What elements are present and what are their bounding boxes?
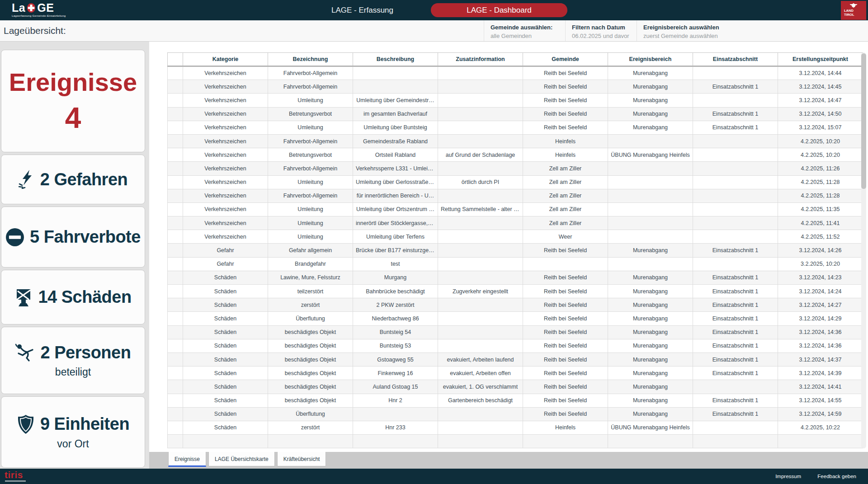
impressum-link[interactable]: Impressum xyxy=(775,474,801,479)
table-cell: Brücke über B177 einsturzgef… xyxy=(353,244,438,257)
scrollbar-thumb[interactable] xyxy=(861,53,866,189)
table-cell: Fahrverbot-Allgemein xyxy=(268,134,353,148)
table-cell: Zell am Ziller xyxy=(523,216,608,230)
tiris-logo[interactable]: tiris xyxy=(5,470,23,480)
red-cross-icon xyxy=(27,3,36,13)
filter-gemeinde-value[interactable]: alle Gemeinden xyxy=(491,33,565,39)
stat-einheiten-text: 9 Einheiten xyxy=(40,414,129,434)
table-cell: Gefahr allgemein xyxy=(268,244,353,257)
table-row[interactable]: VerkehrszeichenUmleitungUmleitung über O… xyxy=(168,202,863,216)
column-header[interactable]: Erstellungszeitpunkt xyxy=(778,53,863,66)
table-cell: Murenabgang xyxy=(608,121,693,134)
table-row[interactable]: GefahrBrandgefahrtest3.2.2025, 10:20 xyxy=(168,257,863,271)
table-cell: Einsatzabschnitt 1 xyxy=(693,339,778,352)
table-cell: Einsatzabschnitt 1 xyxy=(693,244,778,257)
table-row[interactable]: VerkehrszeichenUmleitungUmleitung über B… xyxy=(168,121,863,134)
table-cell: Umleitung xyxy=(268,175,353,189)
table-cell: Einsatzabschnitt 1 xyxy=(693,80,778,94)
table-row[interactable]: VerkehrszeichenFahrverbot-Allgemeinfür i… xyxy=(168,189,863,202)
row-gutter-cell xyxy=(168,421,183,434)
damaged-building-icon xyxy=(14,288,33,307)
tab-kraefteuebersicht[interactable]: Kräfteübersicht xyxy=(277,452,326,466)
row-gutter-cell xyxy=(168,94,183,107)
tab-ereignisse[interactable]: Ereignisse xyxy=(168,452,206,467)
table-cell: 4.2.2025, 11:26 xyxy=(778,162,863,175)
tab-uebersichtskarte[interactable]: LAGE Übersichtskarte xyxy=(208,452,275,466)
lage-logo-part2: GE xyxy=(37,2,54,14)
land-tirol-logo[interactable]: LAND TIROL xyxy=(841,1,866,20)
table-row[interactable]: VerkehrszeichenFahrverbot-AllgemeinGemei… xyxy=(168,134,863,148)
table-cell xyxy=(183,435,268,448)
row-gutter-cell xyxy=(168,202,183,216)
table-row[interactable]: Schädenbeschädigtes ObjektHnr 2Gartenber… xyxy=(168,394,863,407)
table-row[interactable]: SchädenteilzerstörtBahnbrücke beschädigt… xyxy=(168,285,863,298)
column-header[interactable]: Bezeichnung xyxy=(268,53,353,66)
row-gutter-cell xyxy=(168,148,183,162)
table-cell: im gesamten Bachverlauf xyxy=(353,107,438,121)
table-row[interactable]: Schädenbeschädigtes ObjektBuntsteig 54Re… xyxy=(168,325,863,339)
table-row[interactable]: VerkehrszeichenBetretungsverbotOrtsteil … xyxy=(168,148,863,162)
filter-ereignisbereich-value[interactable]: zuerst Gemeinde auswählen xyxy=(643,33,718,39)
table-cell: Gstoagweg 55 xyxy=(353,352,438,366)
table-row[interactable]: SchädenÜberflutungReith bei SeefeldMuren… xyxy=(168,407,863,421)
table-cell: Verkehrszeichen xyxy=(183,230,268,244)
table-cell: Zugverkehr eingestellt xyxy=(438,285,523,298)
table-cell: Murenabgang xyxy=(608,66,693,80)
table-row[interactable] xyxy=(168,435,863,448)
table-row[interactable]: Schädenbeschädigtes ObjektGstoagweg 55ev… xyxy=(168,352,863,366)
stat-ereignisse-value: 4 xyxy=(65,102,81,134)
stat-personen-subtext: beteiligt xyxy=(55,366,91,378)
filter-datum-value[interactable]: 06.02.2025 und davor xyxy=(572,33,637,39)
column-header[interactable]: Beschreibung xyxy=(353,53,438,66)
table-row[interactable]: VerkehrszeichenFahrverbot-AllgemeinVerke… xyxy=(168,162,863,175)
column-header[interactable]: Ereignisbereich xyxy=(608,53,693,66)
table-row[interactable]: VerkehrszeichenUmleitungUmleitung über G… xyxy=(168,175,863,189)
table-cell xyxy=(438,107,523,121)
table-cell xyxy=(693,66,778,80)
table-row[interactable]: VerkehrszeichenBetretungsverbotim gesamt… xyxy=(168,107,863,121)
stat-card-fahrverbote: 5 Fahrverbote xyxy=(1,207,145,268)
table-cell: 4.2.2025, 10:20 xyxy=(778,148,863,162)
table-cell: Schäden xyxy=(183,298,268,312)
table-row[interactable]: VerkehrszeichenFahrverbot-AllgemeinReith… xyxy=(168,80,863,94)
table-row[interactable]: Schädenzerstört2 PKW zerstörtReith bei S… xyxy=(168,298,863,312)
table-cell: Murenabgang xyxy=(608,352,693,366)
table-cell: Schäden xyxy=(183,394,268,407)
table-cell: Murenabgang xyxy=(608,325,693,339)
table-row[interactable]: VerkehrszeichenUmleitunginnerörtl über S… xyxy=(168,216,863,230)
column-header[interactable]: Gemeinde xyxy=(523,53,608,66)
land-tirol-line2: TIROL xyxy=(844,13,866,17)
table-cell: Schäden xyxy=(183,312,268,325)
table-row[interactable]: SchädenÜberflutungNiederbachweg 86Reith … xyxy=(168,312,863,325)
filter-ereignisbereich-label: Ereignisbereich auswählen xyxy=(643,24,718,31)
table-row[interactable]: Schädenbeschädigtes ObjektBuntsteig 53Re… xyxy=(168,339,863,352)
nav-button-dashboard[interactable]: LAGE - Dashboard xyxy=(431,3,567,17)
table-row[interactable]: Schädenbeschädigtes ObjektAuland Gstoag … xyxy=(168,380,863,394)
filter-gemeinde[interactable]: Gemeinde auswählen: alle Gemeinden xyxy=(484,20,565,41)
table-row[interactable]: VerkehrszeichenUmleitungUmleitung über G… xyxy=(168,94,863,107)
shield-badge-icon xyxy=(17,414,35,434)
stat-einheiten-subtext: vor Ort xyxy=(57,438,89,450)
table-row[interactable]: SchädenzerstörtHnr 233HeinfelsÜBUNG Mure… xyxy=(168,421,863,434)
nav-link-erfassung[interactable]: LAGE - Erfassung xyxy=(331,0,393,20)
lage-logo[interactable]: La GE Lageerfassung Gemeinde-Einsatzleit… xyxy=(12,2,66,17)
feedback-link[interactable]: Feedback geben xyxy=(817,474,856,479)
table-cell xyxy=(693,134,778,148)
column-header[interactable]: Kategorie xyxy=(183,53,268,66)
table-row[interactable]: VerkehrszeichenFahrverbot-AllgemeinReith… xyxy=(168,66,863,80)
filter-ereignisbereich[interactable]: Ereignisbereich auswählen zuerst Gemeind… xyxy=(637,20,718,41)
row-gutter-cell xyxy=(168,244,183,257)
table-row[interactable]: VerkehrszeichenUmleitungUmleitung über T… xyxy=(168,230,863,244)
table-cell xyxy=(693,148,778,162)
table-row[interactable]: Schädenbeschädigtes ObjektFinkenweg 16ev… xyxy=(168,367,863,380)
filter-datum[interactable]: Filtern nach Datum 06.02.2025 und davor xyxy=(565,20,637,41)
table-row[interactable]: GefahrGefahr allgemeinBrücke über B177 e… xyxy=(168,244,863,257)
table-cell: Verkehrszeichen xyxy=(183,189,268,202)
vertical-scrollbar[interactable] xyxy=(861,52,866,448)
column-header[interactable]: Zusatzinformation xyxy=(438,53,523,66)
column-header[interactable]: Einsatzabschnitt xyxy=(693,53,778,66)
table-cell: Gefahr xyxy=(183,257,268,271)
table-row[interactable]: SchädenLawine, Mure, FelssturzMurgangRei… xyxy=(168,271,863,284)
row-gutter-cell xyxy=(168,230,183,244)
table-cell: Umleitung xyxy=(268,121,353,134)
